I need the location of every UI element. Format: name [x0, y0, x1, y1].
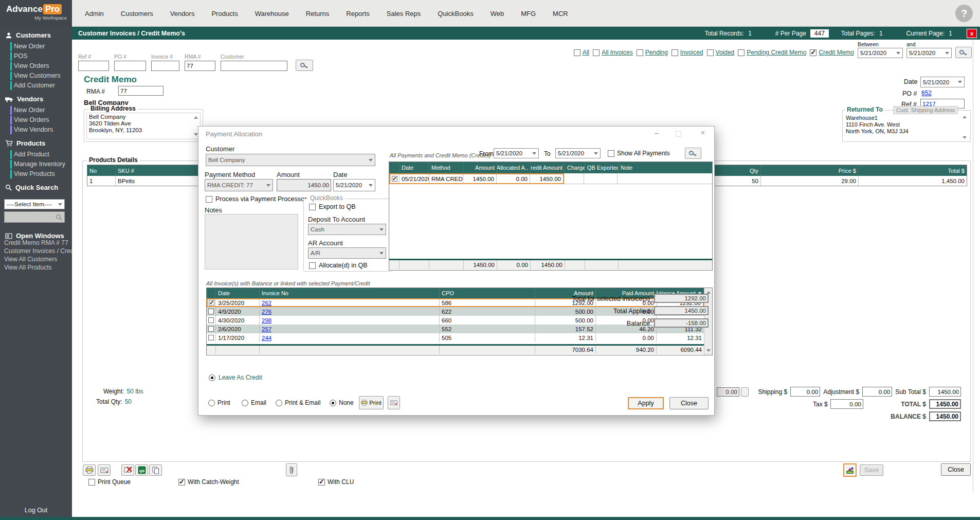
invoice-row-checkbox[interactable] [208, 317, 214, 323]
per-page-input[interactable]: 447 [810, 29, 829, 38]
payments-col-amount[interactable]: Amount [464, 162, 497, 173]
print-button[interactable] [83, 464, 96, 476]
sidebar-item-add-product[interactable]: Add Product [0, 150, 72, 159]
quick-search-input[interactable] [4, 211, 65, 223]
show-all-payments-option[interactable]: Show All Payments [608, 150, 670, 157]
invoice-link[interactable]: 298 [262, 317, 271, 324]
cancel-print-button[interactable] [121, 464, 134, 476]
payment-method-select[interactable]: RMA CREDIT: 77 [205, 179, 273, 191]
customer-search-input[interactable] [221, 61, 287, 71]
shipping-input[interactable]: 0.00 [790, 387, 820, 397]
scroll-down-icon[interactable] [963, 136, 967, 139]
quickbooks-export-button[interactable]: qb [135, 464, 148, 476]
open-window-customer-invoices[interactable]: Customer Invoices / Credit Memo's [0, 247, 72, 255]
clu-option[interactable]: With CLU [318, 478, 354, 486]
payments-col-note[interactable]: Note [619, 162, 712, 173]
nav-mcr[interactable]: MCR [553, 10, 568, 17]
memo-po-link[interactable]: 652 [921, 89, 932, 97]
filter-search-button[interactable] [955, 47, 972, 58]
email-option[interactable]: Email [242, 399, 266, 406]
filter-invoiced-checkbox[interactable] [672, 49, 678, 56]
invoice-link[interactable]: 276 [262, 309, 271, 315]
filter-pending-credit-memo[interactable]: Pending Credit Memo [738, 49, 806, 56]
invoice-row[interactable]: 1/17/2020 244 505 12.31 0.00 12.31 [207, 333, 704, 342]
nav-sales-reps[interactable]: Sales Reps [387, 10, 421, 17]
copy-button[interactable] [149, 464, 162, 476]
leave-as-credit-radio[interactable] [209, 374, 215, 381]
export-qb-checkbox[interactable] [309, 204, 316, 210]
email-radio[interactable] [242, 400, 248, 406]
returned-to-tab[interactable]: Returned To [845, 106, 885, 113]
payment-allocation-button[interactable] [843, 463, 857, 477]
misc-browse-button[interactable] [741, 387, 749, 397]
filter-all-checkbox[interactable] [574, 49, 580, 56]
catch-weight-option[interactable]: With Catch-Weight [178, 478, 239, 486]
sidebar-item-vendor-view-orders[interactable]: View Orders [0, 115, 72, 125]
nav-quickbooks[interactable]: QuickBooks [438, 10, 473, 17]
nav-returns[interactable]: Returns [306, 10, 330, 17]
export-qb-option[interactable]: Export to QB [309, 203, 356, 210]
filter-pending-credit-memo-checkbox[interactable] [738, 49, 745, 56]
nav-reports[interactable]: Reports [346, 10, 370, 17]
email-button[interactable] [98, 464, 111, 476]
filter-credit-memo[interactable]: Credit Memo [810, 49, 854, 56]
sidebar-item-manage-inventory[interactable]: Manage Inventory [0, 159, 72, 169]
payments-col-date[interactable]: Date [400, 162, 429, 173]
invoice-search-input[interactable] [151, 61, 179, 71]
invoice-row-checkbox[interactable] [208, 309, 214, 314]
scroll-down-icon[interactable] [194, 133, 198, 136]
process-payment-checkbox[interactable] [206, 196, 212, 203]
sidebar-item-pos[interactable]: POS [0, 51, 72, 61]
memo-date-select[interactable]: 5/21/2020 [920, 77, 965, 87]
quick-search-select[interactable]: ----Select Item---- [4, 199, 65, 209]
dialog-date-select[interactable]: 5/21/2020 [333, 179, 375, 191]
rma-search-input[interactable]: 77 [185, 61, 215, 71]
nav-warehouse[interactable]: Warehouse [255, 10, 289, 17]
dialog-close-button[interactable]: Close [669, 397, 709, 409]
sidebar-item-view-orders[interactable]: View Orders [0, 61, 72, 71]
invoice-link[interactable]: 262 [262, 300, 271, 306]
filter-all[interactable]: All [574, 49, 589, 56]
memo-rma-input[interactable]: 77 [118, 86, 164, 96]
filter-voided-checkbox[interactable] [707, 49, 714, 56]
open-window-view-all-products[interactable]: View All Products [0, 263, 72, 272]
nav-vendors[interactable]: Vendors [170, 10, 195, 17]
open-window-credit-memo[interactable]: Credit Memo RMA # 77 [0, 239, 72, 247]
invoices-col-invoice-no[interactable]: Invoice No [260, 288, 440, 298]
process-payment-option[interactable]: Process via Payment Processor [206, 195, 306, 203]
allocated-qb-checkbox[interactable] [309, 262, 316, 269]
date-to-select[interactable]: 5/21/2020 [906, 48, 952, 58]
filter-voided[interactable]: Voided [707, 49, 735, 56]
payments-col-allocated[interactable]: Allocated A.. [497, 162, 531, 173]
maximize-icon[interactable] [676, 131, 681, 137]
scroll-up-icon[interactable] [963, 116, 967, 118]
payments-to-select[interactable]: 5/21/2020 [555, 148, 601, 158]
sidebar-item-new-order[interactable]: New Order [0, 42, 72, 51]
nav-web[interactable]: Web [491, 10, 504, 17]
filter-credit-memo-checkbox[interactable] [810, 49, 816, 56]
logout-button[interactable]: Log Out [0, 507, 72, 514]
filter-all-invoices[interactable]: All Invoices [593, 49, 633, 56]
ar-account-select[interactable]: A/R [308, 247, 386, 259]
none-radio[interactable] [330, 400, 336, 406]
date-from-select[interactable]: 5/21/2020 [858, 48, 903, 58]
nav-admin[interactable]: Admin [85, 10, 104, 17]
filter-pending-checkbox[interactable] [637, 49, 643, 56]
close-page-button[interactable]: x [967, 29, 977, 38]
payments-col-credit[interactable]: Credit Amount [531, 162, 565, 173]
ref-search-input[interactable] [78, 61, 109, 71]
print-queue-option[interactable]: Print Queue [88, 478, 131, 486]
invoices-col-date[interactable]: Date [216, 288, 260, 298]
allocated-qb-option[interactable]: Allocate(d) in QB [309, 262, 367, 269]
print-queue-checkbox[interactable] [88, 479, 95, 486]
payments-search-button[interactable] [685, 148, 701, 159]
filter-all-invoices-checkbox[interactable] [593, 49, 600, 56]
minimize-icon[interactable]: – [650, 129, 663, 139]
leave-as-credit-option[interactable]: Leave As Credit [209, 374, 262, 381]
filter-invoiced[interactable]: Invoiced [672, 49, 703, 56]
payment-row-checkbox[interactable] [392, 176, 397, 182]
open-window-view-all-customers[interactable]: View All Customers [0, 255, 72, 263]
payment-row[interactable]: 05/21/2020 RMA CREDI.. 1450.00 0.00 1450… [389, 173, 712, 184]
attachment-button[interactable] [286, 463, 297, 476]
amount-paid-field[interactable]: 0.00 [717, 387, 739, 397]
